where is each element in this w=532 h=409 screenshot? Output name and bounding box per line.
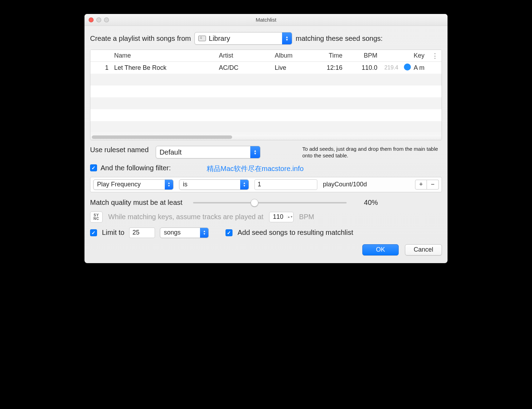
col-menu[interactable]: ⋮ [428, 52, 442, 60]
source-value: Library [209, 35, 230, 43]
col-album[interactable]: Album [272, 52, 314, 59]
quality-slider[interactable] [193, 199, 347, 206]
limit-checkbox[interactable]: ✓ [90, 229, 97, 236]
stepper-arrows-icon[interactable]: ▲▼ [287, 215, 293, 218]
source-dropdown[interactable]: Library ▲▼ [194, 32, 292, 45]
chevron-updown-icon: ▲▼ [250, 146, 260, 158]
sync-icon[interactable]: SY NC [90, 211, 103, 223]
matchlist-window: Matchlist Create a playlist with songs f… [84, 14, 448, 263]
cell-bpm-alt: 219.4 [380, 65, 401, 71]
window-title: Matchlist [84, 17, 448, 23]
key-color-icon [404, 64, 411, 70]
seed-table-body: 1 Let There Be Rock AC/DC Live 12:16 110… [90, 62, 442, 134]
cell-bpm: 110.0 [345, 64, 380, 72]
filter-remove-button[interactable]: − [427, 180, 439, 189]
quality-label: Match quality must be at least [90, 199, 183, 207]
limit-unit-dropdown[interactable]: songs ▲▼ [160, 228, 209, 238]
limit-value-input[interactable]: 25 [129, 228, 155, 238]
filter-add-button[interactable]: + [415, 180, 427, 189]
dialog-footer: OK Cancel [90, 244, 442, 255]
cell-artist: AC/DC [216, 64, 272, 72]
col-name[interactable]: Name [111, 52, 216, 59]
seed-table-header: Name Artist Album Time BPM Key ⋮ [90, 50, 442, 62]
slider-thumb[interactable] [251, 199, 258, 207]
chevron-updown-icon: ▲▼ [165, 180, 173, 189]
slider-track [193, 202, 347, 203]
cell-key: A m [411, 64, 428, 72]
cell-index: 1 [90, 64, 111, 72]
seed-hint: To add seeds, just drag and drop them fr… [302, 146, 442, 159]
quality-value: 40% [357, 199, 385, 207]
col-time[interactable]: Time [314, 52, 345, 59]
filter-panel: Play Frequency ▲▼ is ▲▼ 1 playCount/100d… [90, 177, 442, 192]
filter-unit: playCount/100d [323, 181, 367, 188]
cell-time: 12:16 [314, 64, 345, 72]
filter-value: 1 [258, 181, 261, 188]
filter-field-value: Play Frequency [97, 181, 141, 188]
chevron-updown-icon: ▲▼ [282, 32, 292, 44]
ok-button[interactable]: OK [362, 244, 399, 255]
col-artist[interactable]: Artist [216, 52, 272, 59]
cell-name: Let There Be Rock [111, 64, 216, 72]
source-prefix: Create a playlist with songs from [90, 35, 191, 43]
filter-op-value: is [183, 181, 187, 188]
seed-table: Name Artist Album Time BPM Key ⋮ 1 Let T… [90, 50, 442, 140]
cancel-button[interactable]: Cancel [405, 244, 442, 255]
source-row: Create a playlist with songs from Librar… [90, 32, 442, 45]
add-seed-label: Add seed songs to resulting matchlist [237, 229, 353, 237]
chevron-updown-icon: ▲▼ [240, 180, 249, 189]
sync-label: While matching keys, assume tracks are p… [108, 213, 264, 221]
ruleset-label: Use ruleset named [90, 146, 149, 154]
bpm-stepper[interactable]: 110 ▲▼ [269, 212, 294, 222]
dialog-content: Create a playlist with songs from Librar… [84, 26, 448, 263]
limit-value: 25 [132, 229, 139, 236]
ruleset-dropdown[interactable]: Default ▲▼ [156, 146, 260, 158]
source-suffix: matching these seed songs: [296, 35, 383, 43]
horizontal-scrollbar[interactable] [90, 134, 442, 140]
bpm-unit: BPM [299, 213, 314, 221]
library-folder-icon [198, 36, 206, 41]
filter-value-input[interactable]: 1 [254, 179, 317, 190]
cell-album: Live [272, 64, 314, 72]
limit-label: Limit to [102, 229, 124, 237]
chevron-updown-icon: ▲▼ [200, 228, 208, 238]
scrollbar-thumb[interactable] [92, 135, 232, 139]
limit-unit-value: songs [164, 229, 180, 236]
bpm-value: 110 [269, 213, 287, 221]
col-key[interactable]: Key [411, 52, 428, 59]
col-bpm[interactable]: BPM [345, 52, 380, 59]
add-seed-checkbox[interactable]: ✓ [226, 229, 232, 236]
table-row[interactable]: 1 Let There Be Rock AC/DC Live 12:16 110… [90, 62, 442, 74]
filter-enable-checkbox[interactable]: ✓ [90, 164, 97, 171]
titlebar: Matchlist [84, 14, 448, 26]
filter-op-dropdown[interactable]: is ▲▼ [179, 179, 249, 190]
filter-field-dropdown[interactable]: Play Frequency ▲▼ [93, 179, 173, 190]
ruleset-value: Default [160, 148, 182, 156]
filter-toggle-label: And the following filter: [101, 164, 171, 172]
